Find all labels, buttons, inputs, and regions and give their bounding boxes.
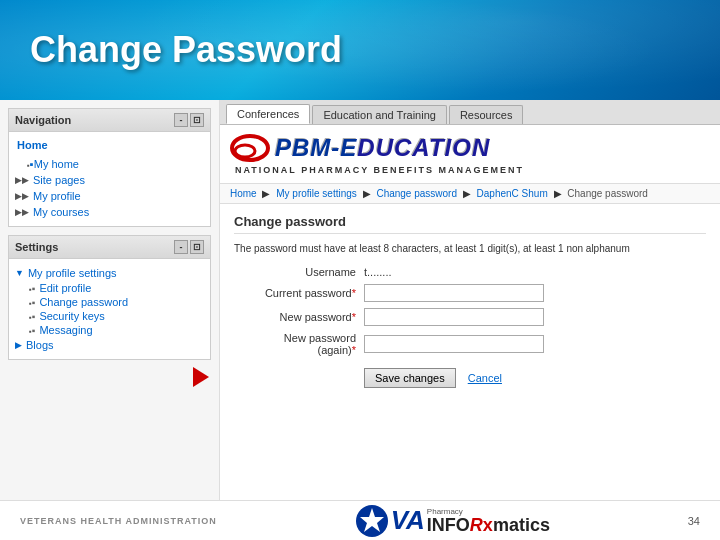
sidebar-item-editprofile-label: Edit profile bbox=[39, 282, 91, 294]
new-password-row: New password* bbox=[234, 308, 706, 326]
inforx-group: Pharmacy INFORxmatics bbox=[427, 508, 550, 534]
sidebar-item-editprofile[interactable]: ▪ Edit profile bbox=[27, 281, 206, 295]
settings-dock-button[interactable]: ⊡ bbox=[190, 240, 204, 254]
new-password-again-input[interactable] bbox=[364, 335, 544, 353]
breadcrumb-current: Change password bbox=[567, 188, 648, 199]
sidebar-item-myhome-label: My home bbox=[34, 158, 79, 170]
navigation-controls: - ⊡ bbox=[174, 113, 204, 127]
username-value: t........ bbox=[364, 266, 392, 278]
arrow-down-icon: ▼ bbox=[15, 268, 24, 278]
form-description: The password must have at least 8 charac… bbox=[234, 242, 706, 256]
header-banner: Change Password bbox=[0, 0, 720, 100]
breadcrumb-sep1: ▶ bbox=[262, 188, 273, 199]
breadcrumb-sep4: ▶ bbox=[554, 188, 565, 199]
tab-conferences[interactable]: Conferences bbox=[226, 104, 310, 124]
settings-body: ▼ My profile settings ▪ Edit profile ▪ C… bbox=[9, 259, 210, 359]
logo-area: PBM-EDUCATION NATIONAL PHARMACY BENEFITS… bbox=[220, 125, 720, 184]
arrow-indicator bbox=[193, 367, 209, 387]
settings-collapse-button[interactable]: - bbox=[174, 240, 188, 254]
tab-education[interactable]: Education and Training bbox=[312, 105, 447, 124]
sidebar-item-mycourses[interactable]: ▶ My courses bbox=[13, 204, 206, 220]
sidebar-item-mycourses-label: My courses bbox=[33, 206, 89, 218]
settings-section: Settings - ⊡ ▼ My profile settings ▪ Edi… bbox=[8, 235, 211, 360]
sidebar-item-profilesettings[interactable]: ▼ My profile settings bbox=[13, 265, 206, 281]
new-password-again-label: New password(again)* bbox=[234, 332, 364, 356]
current-password-row: Current password* bbox=[234, 284, 706, 302]
settings-title: Settings bbox=[15, 241, 58, 253]
sidebar-item-myprofile[interactable]: ▶ My profile bbox=[13, 188, 206, 204]
va-logo: VA Pharmacy INFORxmatics bbox=[355, 504, 550, 538]
svg-point-1 bbox=[235, 145, 255, 157]
new-password-input[interactable] bbox=[364, 308, 544, 326]
current-password-input[interactable] bbox=[364, 284, 544, 302]
sidebar-item-changepassword-label: Change password bbox=[39, 296, 128, 308]
va-star-icon bbox=[355, 504, 389, 538]
arrow-right-icon: ▶ bbox=[15, 175, 29, 185]
breadcrumb-home[interactable]: Home bbox=[230, 188, 257, 199]
tab-resources[interactable]: Resources bbox=[449, 105, 524, 124]
sidebar-item-securitykeys[interactable]: ▪ Security keys bbox=[27, 309, 206, 323]
nav-dock-button[interactable]: ⊡ bbox=[190, 113, 204, 127]
sidebar-item-securitykeys-label: Security keys bbox=[39, 310, 104, 322]
settings-header: Settings - ⊡ bbox=[9, 236, 210, 259]
settings-subitems: ▪ Edit profile ▪ Change password ▪ Secur… bbox=[13, 281, 206, 337]
pbm-subtitle: NATIONAL PHARMACY BENEFITS MANAGEMENT bbox=[235, 165, 524, 175]
nav-collapse-button[interactable]: - bbox=[174, 113, 188, 127]
bullet-icon: ▪ bbox=[29, 297, 35, 308]
sidebar-item-sitepages-label: Site pages bbox=[33, 174, 85, 186]
arrow-right-icon: ▶ bbox=[15, 340, 22, 350]
pbm-logo-text: PBM-EDUCATION bbox=[275, 134, 490, 162]
page-title: Change Password bbox=[30, 29, 342, 71]
pbm-logo: PBM-EDUCATION bbox=[230, 133, 490, 163]
navigation-header: Navigation - ⊡ bbox=[9, 109, 210, 132]
sidebar-item-myprofile-label: My profile bbox=[33, 190, 81, 202]
bullet-icon: ▪ bbox=[29, 283, 35, 294]
form-title: Change password bbox=[234, 214, 706, 234]
nav-tabs: Conferences Education and Training Resou… bbox=[220, 100, 720, 125]
sidebar-item-changepassword[interactable]: ▪ Change password bbox=[27, 295, 206, 309]
inforx-text: INFORxmatics bbox=[427, 516, 550, 534]
pbm-swoosh-icon bbox=[230, 133, 270, 163]
current-password-label: Current password* bbox=[234, 287, 364, 299]
breadcrumb-sep2: ▶ bbox=[363, 188, 374, 199]
sidebar-item-messaging[interactable]: ▪ Messaging bbox=[27, 323, 206, 337]
breadcrumb-user[interactable]: DaphenC Shum bbox=[477, 188, 548, 199]
sidebar-item-blogs[interactable]: ▶ Blogs bbox=[13, 337, 206, 353]
arrow-right-icon: ▶ bbox=[15, 207, 29, 217]
page-number: 34 bbox=[688, 515, 700, 527]
settings-controls: - ⊡ bbox=[174, 240, 204, 254]
save-button[interactable]: Save changes bbox=[364, 368, 456, 388]
sidebar-item-myhome[interactable]: ▪ My home bbox=[13, 156, 206, 172]
footer-left-text: VETERANS HEALTH ADMINISTRATION bbox=[20, 516, 217, 526]
sidebar-item-blogs-label: Blogs bbox=[26, 339, 54, 351]
bullet-icon: ▪ bbox=[29, 311, 35, 322]
breadcrumb-profilesettings[interactable]: My profile settings bbox=[276, 188, 357, 199]
form-buttons: Save changes Cancel bbox=[234, 368, 706, 388]
new-password-again-row: New password(again)* bbox=[234, 332, 706, 356]
bullet-icon: ▪ bbox=[27, 158, 34, 170]
footer-logo: VA Pharmacy INFORxmatics bbox=[355, 504, 550, 538]
breadcrumb-sep3: ▶ bbox=[463, 188, 474, 199]
username-label: Username bbox=[234, 266, 364, 278]
main-panel: Conferences Education and Training Resou… bbox=[220, 100, 720, 500]
va-text: VA bbox=[391, 505, 425, 536]
sidebar-item-sitepages[interactable]: ▶ Site pages bbox=[13, 172, 206, 188]
cancel-button[interactable]: Cancel bbox=[462, 368, 508, 388]
navigation-title: Navigation bbox=[15, 114, 71, 126]
main-content: Navigation - ⊡ Home ▪ My home ▶ Site pag… bbox=[0, 100, 720, 500]
sidebar-item-profilesettings-label: My profile settings bbox=[28, 267, 117, 279]
breadcrumb: Home ▶ My profile settings ▶ Change pass… bbox=[220, 184, 720, 204]
bullet-icon: ▪ bbox=[29, 325, 35, 336]
new-password-label: New password* bbox=[234, 311, 364, 323]
sidebar: Navigation - ⊡ Home ▪ My home ▶ Site pag… bbox=[0, 100, 220, 500]
breadcrumb-changepassword[interactable]: Change password bbox=[376, 188, 457, 199]
navigation-section: Navigation - ⊡ Home ▪ My home ▶ Site pag… bbox=[8, 108, 211, 227]
sidebar-item-messaging-label: Messaging bbox=[39, 324, 92, 336]
footer: VETERANS HEALTH ADMINISTRATION VA Pharma… bbox=[0, 500, 720, 540]
username-row: Username t........ bbox=[234, 266, 706, 278]
navigation-body: Home ▪ My home ▶ Site pages ▶ My profile… bbox=[9, 132, 210, 226]
sidebar-item-home[interactable]: Home bbox=[13, 138, 206, 152]
form-area: Change password The password must have a… bbox=[220, 204, 720, 500]
arrow-right-icon: ▶ bbox=[15, 191, 29, 201]
